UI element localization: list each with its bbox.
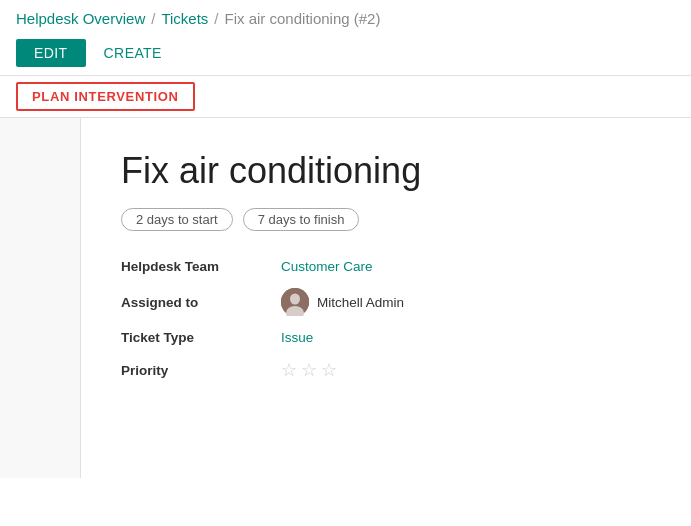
- assigned-name: Mitchell Admin: [317, 295, 404, 310]
- edit-button[interactable]: EDIT: [16, 39, 86, 67]
- main-content: Fix air conditioning 2 days to start 7 d…: [0, 118, 691, 478]
- create-button[interactable]: CREATE: [98, 39, 168, 67]
- breadcrumb-current: Fix air conditioning (#2): [225, 10, 381, 27]
- type-label: Ticket Type: [121, 330, 281, 345]
- priority-label: Priority: [121, 363, 281, 378]
- breadcrumb-tickets[interactable]: Tickets: [161, 10, 208, 27]
- assigned-value: Mitchell Admin: [281, 288, 651, 316]
- ticket-title: Fix air conditioning: [121, 150, 651, 192]
- team-label: Helpdesk Team: [121, 259, 281, 274]
- tag-finish: 7 days to finish: [243, 208, 360, 231]
- breadcrumb-sep2: /: [214, 10, 218, 27]
- avatar-icon: [281, 288, 309, 316]
- avatar: [281, 288, 309, 316]
- team-value: Customer Care: [281, 259, 651, 274]
- plan-intervention-button[interactable]: PLAN INTERVENTION: [16, 82, 195, 111]
- toolbar: EDIT CREATE: [0, 35, 691, 75]
- ticket-card: Fix air conditioning 2 days to start 7 d…: [80, 118, 691, 478]
- breadcrumb: Helpdesk Overview / Tickets / Fix air co…: [0, 0, 691, 35]
- team-link[interactable]: Customer Care: [281, 259, 373, 274]
- breadcrumb-sep1: /: [151, 10, 155, 27]
- tags-row: 2 days to start 7 days to finish: [121, 208, 651, 231]
- assigned-label: Assigned to: [121, 295, 281, 310]
- plan-bar: PLAN INTERVENTION: [0, 76, 691, 117]
- breadcrumb-helpdesk[interactable]: Helpdesk Overview: [16, 10, 145, 27]
- svg-point-1: [290, 294, 300, 305]
- star-1[interactable]: ☆: [281, 359, 297, 381]
- priority-stars: ☆ ☆ ☆: [281, 359, 651, 381]
- ticket-fields: Helpdesk Team Customer Care Assigned to …: [121, 259, 651, 381]
- tag-start: 2 days to start: [121, 208, 233, 231]
- star-2[interactable]: ☆: [301, 359, 317, 381]
- type-link[interactable]: Issue: [281, 330, 313, 345]
- star-3[interactable]: ☆: [321, 359, 337, 381]
- type-value: Issue: [281, 330, 651, 345]
